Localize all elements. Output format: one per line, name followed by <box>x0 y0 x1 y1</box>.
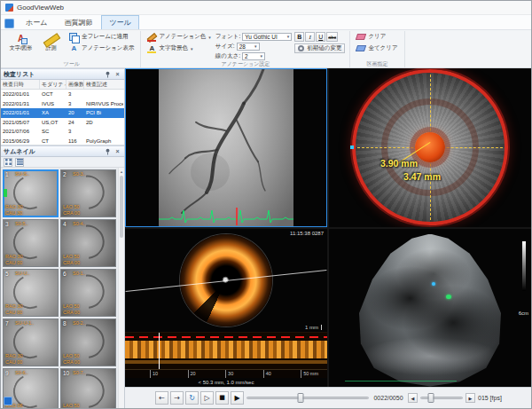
clear-all-button[interactable]: 全てクリア <box>355 43 399 53</box>
step-back-icon[interactable]: ← <box>155 391 168 405</box>
line-width-select[interactable]: 2 ▾ <box>242 52 265 60</box>
oct-position-marker[interactable] <box>159 333 160 369</box>
text-shape-button[interactable]: A 文字/図形 <box>7 32 35 60</box>
exam-cell: 2022/01/01 <box>1 91 40 97</box>
annotation-color-button[interactable]: アノテーション色 ▾ <box>145 32 212 42</box>
oct-ruler-tick: 40 <box>263 370 271 378</box>
underline-button[interactable]: U <box>316 32 325 42</box>
font-select[interactable]: Yu Gothic UI ▾ <box>242 33 292 41</box>
exam-cell: OCT <box>40 91 66 97</box>
fps-increase-button[interactable]: ▶ <box>466 393 475 403</box>
thumbnail-item-10[interactable]: 10S0-7..LAO 50CRA 00 <box>60 368 116 408</box>
exam-list-row[interactable]: 2022/01/01OCT3 <box>1 90 124 99</box>
step-forward-icon[interactable]: → <box>170 391 184 405</box>
exam-list-row[interactable]: 2022/01/01XA20PCI Bi <box>1 108 124 118</box>
thumbnail-item-6[interactable]: 6S0-1..LAO 50CRA 00 <box>60 269 116 317</box>
pin-icon[interactable] <box>104 70 112 78</box>
eraser-all-icon <box>356 45 366 51</box>
scroll-up-icon[interactable]: ▲ <box>119 168 124 175</box>
thumbnail-series-label: S0-5.. <box>15 221 28 226</box>
exam-cell: 24 <box>66 120 84 125</box>
list-view-icon[interactable] <box>15 158 24 167</box>
size-select[interactable]: 28 ▾ <box>237 43 260 51</box>
ruler-icon <box>45 33 57 44</box>
italic-button[interactable]: I <box>305 32 315 42</box>
exam-cell: 116 <box>66 138 84 144</box>
thumbnail-item-2[interactable]: 2S0-3..LAO 50CRA 00 <box>60 169 116 217</box>
tab-home[interactable]: ホーム <box>18 15 55 29</box>
change-defaults-button[interactable]: 初期値の変更 <box>294 43 345 53</box>
exam-cell: PolyGraph <box>84 138 123 144</box>
play-outline-icon[interactable]: ▷ <box>200 391 214 405</box>
viewport-ivus[interactable]: 3.90 mm 3.47 mm <box>329 68 531 227</box>
size-label: サイズ: <box>215 43 235 51</box>
measure-button[interactable]: 計測 <box>37 32 65 60</box>
loop-icon[interactable]: ↻ <box>185 391 199 405</box>
play-icon[interactable]: ▶ <box>231 391 244 405</box>
thumbnail-angle-label-2: CRA 00 <box>63 310 80 315</box>
ribbon-tabs: ホーム画質調節ツール <box>18 15 139 29</box>
thumbnail-angle-label-2: CAU 00 <box>5 359 22 365</box>
bold-button[interactable]: B <box>294 32 304 42</box>
font-value: Yu Gothic UI <box>245 34 278 40</box>
thumbnail-angle-label-1: LAO 50 <box>63 204 80 209</box>
thumbnail-number: 3 <box>5 221 9 227</box>
exam-list-row[interactable]: 2015/06/29CT116PolyGraph <box>1 137 124 146</box>
fps-slider[interactable] <box>420 391 463 405</box>
exam-column-header[interactable]: モダリティ <box>40 80 66 89</box>
tab-tools[interactable]: ツール <box>101 15 138 29</box>
exam-column-header[interactable]: 画像数 <box>66 80 84 89</box>
thumbnail-item-5[interactable]: 5SU-U..RAO 30CAU 00 <box>3 269 59 317</box>
strikethrough-button[interactable]: abc <box>326 32 338 42</box>
fps-decrease-button[interactable]: ◀ <box>408 393 418 403</box>
grid-view-icon[interactable] <box>4 158 12 167</box>
echo-grayscale-bar <box>522 241 526 291</box>
exam-cell: US,OT <box>40 120 66 125</box>
close-icon[interactable]: × <box>113 147 121 155</box>
exam-list-row[interactable]: 2021/05/07US,OT242D <box>1 118 124 128</box>
viewport-echo[interactable]: 6cm <box>329 229 531 388</box>
thumbnail-item-3[interactable]: 3S0-5..RAO 30CAU 00 <box>3 219 59 267</box>
annotation-group-label: アノテーション設定 <box>141 60 349 67</box>
tab-image-quality[interactable]: 画質調節 <box>56 15 100 29</box>
ivus-measurement-1: 3.90 mm <box>380 158 418 169</box>
clear-button[interactable]: クリア <box>355 32 399 42</box>
thumbnail-item-4[interactable]: 4S0-4..LAO 50CRA 00 <box>60 219 116 267</box>
exam-cell: CT <box>40 138 66 144</box>
titlebar: GoodViewWeb <box>1 1 531 15</box>
thumbnail-angle-label-2: CRA 00 <box>63 260 80 265</box>
playback-buttons: ←→↻▷■▶ <box>155 391 244 405</box>
oct-timestamp: 11:15:38 0287 <box>290 231 324 236</box>
frame-slider-thumb[interactable] <box>297 393 303 403</box>
clear-label: クリア <box>368 33 386 41</box>
app-window: GoodViewWeb ホーム画質調節ツール A 文字/図形 計測 全フレームに… <box>0 0 532 409</box>
exam-list-row[interactable]: 2022/01/31IVUS3NIR/IVUS Proce <box>1 99 124 109</box>
viewport-xa[interactable] <box>125 68 327 227</box>
pin-icon[interactable] <box>104 147 112 155</box>
close-icon[interactable]: × <box>113 70 121 78</box>
exam-cell: XA <box>40 110 66 115</box>
viewport-oct[interactable]: 11:15:38 0287 1 mm 1020304050 mm < 50.3 … <box>125 229 327 388</box>
apply-all-frames-button[interactable]: 全フレームに適用 <box>67 32 136 42</box>
thumbnail-item-7[interactable]: 7SU-U-1..RAO 30CAU 00 <box>3 319 59 366</box>
exam-column-header[interactable]: 検査日時 <box>1 80 40 89</box>
thumbnail-panel-header: サムネイル × <box>1 146 124 157</box>
exam-column-header[interactable]: 検査記述 <box>84 80 123 89</box>
oct-pullback-strip[interactable] <box>125 332 327 369</box>
frame-slider[interactable] <box>246 391 369 405</box>
scrollbar-thumb[interactable] <box>120 176 123 238</box>
ivus-measurement-2: 3.47 mm <box>403 171 441 182</box>
oct-ruler-tick: 10 <box>150 370 158 378</box>
stop-icon[interactable]: ■ <box>215 391 229 405</box>
show-annotation-button[interactable]: A アノテーション表示 <box>67 43 136 53</box>
thumbnail-item-1[interactable]: 1SU-S..RAO 30CAU 30 <box>3 169 59 217</box>
exam-list-row[interactable]: 2021/07/06SC3 <box>1 127 124 137</box>
text-bg-color-button[interactable]: A 文字背景色 ▾ <box>145 43 212 53</box>
fps-slider-thumb[interactable] <box>428 393 434 403</box>
exam-cell: 3 <box>66 91 84 97</box>
thumbnail-scrollbar[interactable]: ▲ <box>118 168 124 408</box>
app-menu-icon[interactable] <box>4 19 14 28</box>
thumbnail-series-label: S0-1.. <box>73 271 86 276</box>
thumbnail-item-8[interactable]: 8S0-2..LAO 50CRA 00 <box>60 319 116 366</box>
tools-group-label: ツール <box>3 60 140 67</box>
